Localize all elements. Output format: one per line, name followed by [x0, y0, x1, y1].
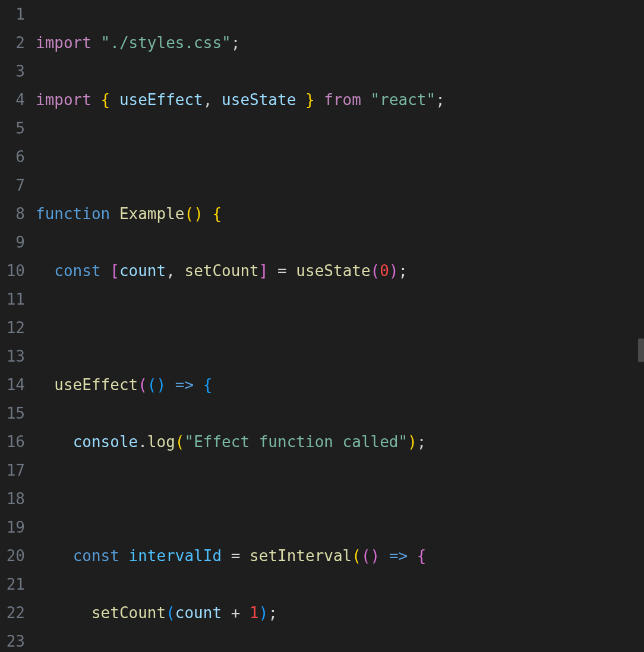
keyword-from: from: [324, 91, 361, 109]
paren-close: ): [259, 604, 269, 622]
keyword-const: const: [73, 547, 119, 565]
identifier-useeffect: useEffect: [119, 91, 203, 109]
code-line[interactable]: [36, 485, 644, 513]
string-literal: Effect function called: [194, 433, 398, 451]
comma: ,: [166, 262, 184, 280]
code-line[interactable]: [36, 143, 644, 171]
keyword-const: const: [54, 262, 100, 280]
sp: [110, 91, 119, 109]
function-name-example: Example: [119, 205, 185, 223]
code-line[interactable]: console.log("Effect function called");: [36, 428, 644, 456]
sp: [203, 205, 213, 223]
paren-close: ): [371, 547, 380, 565]
line-number: 17: [0, 456, 25, 485]
string-quote: ": [222, 34, 231, 52]
line-number: 15: [0, 399, 25, 428]
paren-open: (: [184, 205, 194, 223]
line-number: 22: [0, 599, 25, 627]
keyword-import: import: [36, 34, 91, 52]
code-line[interactable]: [36, 314, 644, 342]
code-line[interactable]: import { useEffect, useState } from "rea…: [36, 86, 644, 114]
paren-open: (: [175, 433, 185, 451]
line-number: 19: [0, 513, 25, 542]
code-line[interactable]: import "./styles.css";: [36, 29, 644, 57]
sp: [91, 91, 101, 109]
line-number: 20: [0, 542, 25, 570]
code-line[interactable]: function Example() {: [36, 200, 644, 228]
identifier-count: count: [119, 262, 166, 280]
brace-open: {: [417, 547, 427, 565]
string-quote: ": [427, 91, 436, 109]
paren-close: ): [408, 433, 417, 451]
sp: [361, 91, 371, 109]
code-line[interactable]: const [count, setCount] = useState(0);: [36, 257, 644, 285]
line-number: 13: [0, 342, 25, 371]
line-number: 14: [0, 371, 25, 399]
line-number: 21: [0, 570, 25, 599]
keyword-function: function: [36, 205, 110, 223]
string-quote: ": [371, 91, 380, 109]
semicolon: ;: [435, 91, 445, 109]
comma: ,: [203, 91, 222, 109]
semicolon: ;: [399, 262, 408, 280]
line-number: 23: [0, 627, 25, 652]
semicolon: ;: [268, 604, 277, 622]
string-literal: ./styles.css: [110, 34, 222, 52]
code-line[interactable]: useEffect(() => {: [36, 371, 644, 399]
identifier-usestate: useState: [222, 91, 296, 109]
bracket-open: [: [110, 262, 119, 280]
line-number: 10: [0, 257, 25, 285]
paren-close: ): [157, 376, 166, 394]
equals: =: [222, 547, 250, 565]
code-content[interactable]: import "./styles.css"; import { useEffec…: [36, 0, 644, 652]
paren-close: ): [389, 262, 399, 280]
line-number: 5: [0, 114, 25, 143]
string-quote: ": [184, 433, 194, 451]
line-number: 6: [0, 143, 25, 171]
sp: [101, 262, 111, 280]
method-log: log: [147, 433, 175, 451]
fncall-setinterval: setInterval: [250, 547, 352, 565]
fncall-setcount: setCount: [91, 604, 166, 622]
sp: [166, 376, 175, 394]
keyword-import: import: [36, 91, 91, 109]
sp: [119, 547, 129, 565]
code-line[interactable]: const intervalId = setInterval(() => {: [36, 542, 644, 570]
fncall-useeffect: useEffect: [54, 376, 138, 394]
line-number: 16: [0, 428, 25, 456]
line-number: 9: [0, 228, 25, 257]
sp: [194, 376, 203, 394]
sp: [110, 205, 119, 223]
paren-open: (: [371, 262, 380, 280]
paren-close: ): [194, 205, 203, 223]
line-number: 8: [0, 200, 25, 228]
code-editor: 1 2 3 4 5 6 7 8 9 10 11 12 13 14 15 16 1…: [0, 0, 644, 652]
identifier-setcount: setCount: [185, 262, 259, 280]
arrow: =>: [389, 547, 408, 565]
bracket-close: ]: [259, 262, 269, 280]
vertical-scrollbar[interactable]: [638, 338, 644, 362]
brace-open: {: [203, 376, 213, 394]
arrow: =>: [175, 376, 194, 394]
sp: [380, 547, 389, 565]
equals: =: [268, 262, 296, 280]
line-number: 3: [0, 57, 25, 86]
fncall-usestate: useState: [296, 262, 370, 280]
number-zero: 0: [380, 262, 389, 280]
line-number: 4: [0, 86, 25, 114]
identifier-count: count: [175, 604, 222, 622]
line-number-gutter: 1 2 3 4 5 6 7 8 9 10 11 12 13 14 15 16 1…: [0, 0, 36, 652]
line-number: 1: [0, 0, 25, 29]
string-quote: ": [101, 34, 111, 52]
brace-open: {: [212, 205, 222, 223]
sp: [315, 91, 324, 109]
dot: .: [138, 433, 147, 451]
sp: [408, 547, 417, 565]
line-number: 7: [0, 171, 25, 200]
paren-open: (: [138, 376, 147, 394]
semicolon: ;: [231, 34, 241, 52]
paren-open: (: [361, 547, 371, 565]
code-line[interactable]: setCount(count + 1);: [36, 599, 644, 627]
string-literal: react: [380, 91, 426, 109]
paren-open: (: [166, 604, 175, 622]
